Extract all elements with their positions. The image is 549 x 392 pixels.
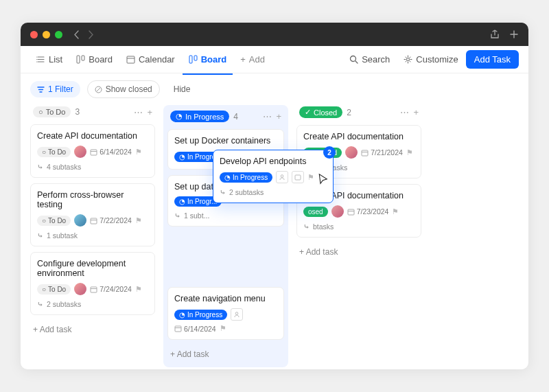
svg-point-8 xyxy=(351,56,356,62)
tab-calendar[interactable]: Calendar xyxy=(120,50,181,69)
status-pill[interactable]: osed xyxy=(303,207,328,217)
due-date[interactable]: 6/14/2024 xyxy=(90,148,132,156)
task-card[interactable]: Create API documentation ○ To Do 6/14/20… xyxy=(30,124,155,178)
svg-rect-5 xyxy=(127,56,135,63)
subtask-row[interactable]: ⤷2 subtasks xyxy=(220,188,327,196)
svg-point-2 xyxy=(36,62,37,62)
column-in-progress: ◔In Progress 4 ⋯+ Set up Docker containe… xyxy=(163,105,288,367)
subtask-row[interactable]: ⤷4 subtasks xyxy=(37,163,148,171)
status-pill[interactable]: ○ To Do xyxy=(37,216,71,226)
search-button[interactable]: Search xyxy=(343,50,396,69)
flag-icon[interactable]: ⚑ xyxy=(220,324,226,333)
avatar[interactable] xyxy=(345,146,358,159)
calendar-icon xyxy=(361,149,369,157)
task-card[interactable]: Create navigation menu ◔ In Progress 6/1… xyxy=(167,287,284,340)
subtask-row[interactable]: ⤷2 subtasks xyxy=(37,300,148,308)
cursor-icon xyxy=(316,173,331,187)
subtask-icon: ⤷ xyxy=(220,188,226,196)
due-date[interactable]: 7/23/2024 xyxy=(347,207,389,216)
customize-button[interactable]: Customize xyxy=(397,50,464,69)
maximize-dot[interactable] xyxy=(55,31,62,38)
add-task-button[interactable]: Add Task xyxy=(466,50,519,69)
svg-rect-16 xyxy=(175,326,181,332)
due-date[interactable]: 7/24/2024 xyxy=(90,285,132,293)
new-tab-icon[interactable] xyxy=(509,30,519,39)
column-count: 2 xyxy=(347,108,351,117)
card-title: Develop API endpoints xyxy=(220,157,327,166)
calendar-icon xyxy=(174,325,182,332)
plus-icon: + xyxy=(240,54,246,65)
add-task-link[interactable]: + Add task xyxy=(30,321,155,338)
add-task-link[interactable]: + Add task xyxy=(167,345,284,363)
flag-icon[interactable]: ⚑ xyxy=(392,207,399,216)
filter-pill[interactable]: 1 Filter xyxy=(30,81,80,97)
subtask-row[interactable]: ⤷btasks xyxy=(303,222,414,231)
assignee-icon[interactable] xyxy=(276,171,288,183)
gear-icon xyxy=(404,55,412,64)
share-icon[interactable] xyxy=(490,30,500,39)
add-task-link[interactable]: + Add task xyxy=(296,243,421,261)
tab-board-2[interactable]: Board xyxy=(183,50,233,69)
kanban-board: ○To Do 3 ⋯+ Create API documentation ○ T… xyxy=(21,105,528,369)
svg-point-19 xyxy=(281,175,283,178)
more-icon[interactable]: ⋯ xyxy=(263,111,272,122)
plus-icon[interactable]: + xyxy=(147,107,152,117)
back-icon[interactable] xyxy=(73,30,80,39)
window-controls[interactable] xyxy=(30,31,62,38)
hide-icon xyxy=(95,86,102,93)
flag-icon[interactable]: ⚑ xyxy=(135,216,142,225)
status-badge-todo: ○To Do xyxy=(33,106,71,117)
avatar[interactable] xyxy=(74,214,86,227)
hide-button[interactable]: Hide xyxy=(167,81,198,97)
forward-icon[interactable] xyxy=(88,30,94,39)
flag-icon[interactable]: ⚑ xyxy=(135,148,142,157)
svg-point-1 xyxy=(36,59,37,60)
column-todo: ○To Do 3 ⋯+ Create API documentation ○ T… xyxy=(30,105,155,338)
plus-icon[interactable]: + xyxy=(276,111,281,122)
dragging-card[interactable]: 2 Develop API endpoints ◔ In Progress ⚑ … xyxy=(213,150,334,203)
flag-icon[interactable]: ⚑ xyxy=(307,173,314,182)
card-title: Create navigation menu xyxy=(174,294,277,303)
avatar[interactable] xyxy=(331,205,344,218)
status-pill[interactable]: ○ To Do xyxy=(37,284,71,295)
tab-add[interactable]: + Add xyxy=(234,50,271,69)
tab-board-1[interactable]: Board xyxy=(70,50,119,69)
svg-rect-6 xyxy=(189,56,192,63)
column-count: 4 xyxy=(233,112,238,122)
column-header: ✓Closed 2 ⋯+ xyxy=(296,105,421,119)
status-pill[interactable]: ○ To Do xyxy=(37,147,71,157)
more-icon[interactable]: ⋯ xyxy=(400,107,409,117)
status-badge-progress: ◔In Progress xyxy=(170,111,229,122)
task-card[interactable]: Configure development environment ○ To D… xyxy=(30,252,155,315)
close-dot[interactable] xyxy=(30,31,38,38)
minimize-dot[interactable] xyxy=(43,31,50,38)
plus-icon[interactable]: + xyxy=(413,107,419,117)
show-closed-pill[interactable]: Show closed xyxy=(87,80,160,98)
calendar-icon[interactable] xyxy=(292,171,304,183)
subtask-row[interactable]: ⤷1 subt... xyxy=(174,211,277,220)
subtask-icon: ⤷ xyxy=(174,211,180,220)
subtask-icon: ⤷ xyxy=(37,300,43,308)
more-icon[interactable]: ⋯ xyxy=(134,107,143,117)
list-icon xyxy=(36,55,45,64)
due-date[interactable]: 6/14/2024 xyxy=(174,325,216,333)
titlebar xyxy=(21,23,528,46)
assignee-icon[interactable] xyxy=(231,308,243,321)
flag-icon[interactable]: ⚑ xyxy=(135,285,142,294)
svg-rect-17 xyxy=(362,150,368,156)
check-icon: ✓ xyxy=(305,108,311,117)
subtask-row[interactable]: ⤷1 subtask xyxy=(37,231,148,240)
tab-list[interactable]: List xyxy=(30,50,69,69)
avatar[interactable] xyxy=(74,146,86,158)
avatar[interactable] xyxy=(74,283,86,295)
status-pill[interactable]: ◔ In Progress xyxy=(220,172,272,183)
subtask-icon: ⤷ xyxy=(303,222,309,231)
show-closed-label: Show closed xyxy=(106,84,152,94)
task-card[interactable]: Perform cross-browser testing ○ To Do 7/… xyxy=(30,183,155,246)
due-date[interactable]: 7/21/2024 xyxy=(361,148,403,157)
search-icon xyxy=(349,55,358,64)
due-date[interactable]: 7/22/2024 xyxy=(90,216,132,224)
flag-icon[interactable]: ⚑ xyxy=(406,148,413,157)
status-pill[interactable]: ◔ In Progress xyxy=(174,310,227,320)
column-header: ◔In Progress 4 ⋯+ xyxy=(167,109,284,124)
